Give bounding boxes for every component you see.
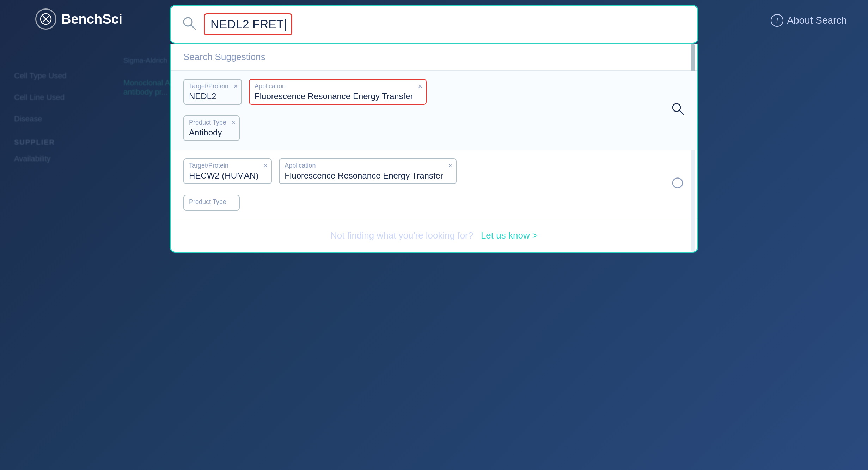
tag-target-hecw2[interactable]: Target/Protein HECW2 (HUMAN) ×	[183, 158, 272, 184]
tag-hecw2-close[interactable]: ×	[264, 162, 268, 169]
sidebar-item-disease: Disease	[14, 114, 85, 125]
not-finding-text: Not finding what you're looking for?	[330, 230, 473, 241]
tag-antibody-value: Antibody	[189, 128, 226, 138]
tag-fret-close[interactable]: ×	[418, 83, 422, 90]
row1-search-icon[interactable]	[671, 102, 685, 119]
svg-line-6	[679, 110, 684, 115]
tag-antibody-label: Product Type	[189, 119, 226, 126]
tag-fret2-label: Application	[285, 162, 443, 169]
not-finding-row: Not finding what you're looking for? Let…	[171, 219, 697, 252]
tag-antibody-close[interactable]: ×	[231, 119, 236, 126]
search-input-wrapper: NEDL2 FRET	[204, 13, 687, 35]
svg-point-7	[673, 178, 683, 188]
let-us-know-link[interactable]: Let us know >	[481, 230, 538, 241]
about-search-section[interactable]: i About Search	[771, 14, 847, 27]
supplier-header: SUPPLIER	[14, 138, 85, 146]
info-icon: i	[771, 14, 783, 27]
tag-nedl2-value: NEDL2	[189, 91, 228, 101]
about-search-label: About Search	[787, 15, 847, 26]
search-bar[interactable]: NEDL2 FRET	[170, 5, 698, 44]
logo-icon	[35, 8, 56, 30]
tag-application-fret-row2[interactable]: Application Fluorescence Resonance Energ…	[279, 158, 457, 184]
sidebar: Cell Type Used Cell Line Used Disease SU…	[0, 56, 99, 189]
svg-line-4	[191, 25, 195, 29]
tag-fret2-value: Fluorescence Resonance Energy Transfer	[285, 171, 443, 181]
search-query-text: NEDL2 FRET	[210, 17, 284, 31]
tag-fret2-close[interactable]: ×	[448, 162, 452, 169]
text-cursor	[285, 19, 286, 31]
tag-product-row2[interactable]: Product Type	[183, 195, 240, 211]
tag-nedl2-label: Target/Protein	[189, 83, 228, 90]
sidebar-availability: Availability	[14, 153, 85, 164]
sidebar-item-cell-line: Cell Line Used	[14, 92, 85, 103]
tag-target-nedl2[interactable]: Target/Protein NEDL2 ×	[183, 79, 242, 105]
logo: BenchSci	[35, 8, 122, 30]
suggestions-label: Search Suggestions	[171, 44, 697, 71]
tag-hecw2-label: Target/Protein	[189, 162, 258, 169]
sidebar-item-cell-type: Cell Type Used	[14, 71, 85, 82]
search-dropdown: Search Suggestions Target/Protein NEDL2 …	[170, 44, 698, 253]
search-icon	[181, 15, 197, 34]
tag-product-row2-label: Product Type	[189, 198, 234, 206]
tag-nedl2-close[interactable]: ×	[233, 83, 238, 90]
suggestion-row-1[interactable]: Target/Protein NEDL2 × Application Fluor…	[171, 71, 697, 150]
page-wrapper: Cell Type Used Cell Line Used Disease SU…	[0, 0, 868, 470]
tag-fret-label: Application	[255, 83, 413, 90]
search-input-highlight: NEDL2 FRET	[204, 13, 292, 35]
row2-search-icon[interactable]	[671, 176, 685, 193]
logo-text: BenchSci	[61, 12, 122, 27]
about-search-button[interactable]: i About Search	[771, 14, 847, 27]
tag-product-antibody[interactable]: Product Type Antibody ×	[183, 115, 240, 141]
tag-application-fret-highlighted[interactable]: Application Fluorescence Resonance Energ…	[249, 79, 427, 105]
search-area: NEDL2 FRET Search Suggestions Target/Pro…	[170, 5, 698, 253]
tag-fret-value: Fluorescence Resonance Energy Transfer	[255, 91, 413, 101]
suggestion-row-2[interactable]: Target/Protein HECW2 (HUMAN) × Applicati…	[171, 150, 697, 219]
tag-hecw2-value: HECW2 (HUMAN)	[189, 171, 258, 181]
